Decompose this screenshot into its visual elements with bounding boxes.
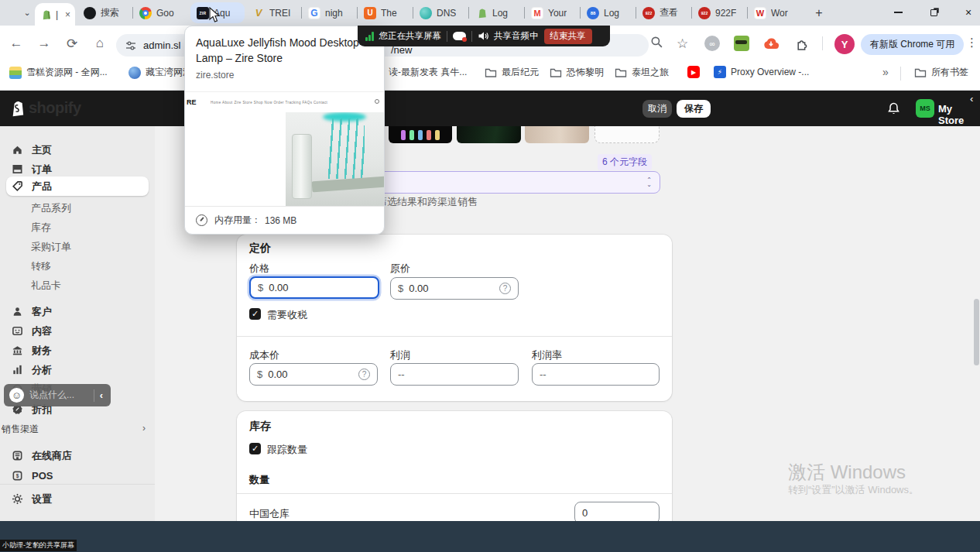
profit-input[interactable]: -- — [390, 363, 519, 386]
chevron-left-icon[interactable]: ‹ — [970, 93, 973, 105]
gold-v-favicon: V — [252, 7, 265, 19]
chat-collapse-icon[interactable]: ‹ — [100, 389, 105, 401]
sidebar-item-analytics[interactable]: 分析 — [6, 360, 149, 379]
cost-input[interactable]: $ 0.00 ? — [249, 363, 378, 386]
charge-tax-checkbox[interactable]: ✓ — [249, 308, 261, 320]
bookmark-cangbaowan[interactable]: 藏宝湾网游 — [128, 66, 192, 79]
close-icon[interactable]: × — [65, 9, 70, 20]
metafields-link[interactable]: 6 个元字段 — [598, 154, 652, 170]
cancel-button[interactable]: 取消 — [642, 100, 672, 118]
sidebar-item-settings[interactable]: 设置 — [6, 489, 149, 509]
content-icon — [11, 324, 24, 338]
speaker-icon — [478, 31, 488, 41]
sidebar-item-online-store[interactable]: 在线商店 — [6, 446, 149, 465]
add-media-dropzone[interactable] — [595, 126, 660, 143]
bookmark-proxy[interactable]: ⚡ Proxy Overview -... — [714, 66, 809, 78]
bookmark-du[interactable]: 读-最新发表 真牛... — [389, 66, 467, 79]
site-info-icon[interactable] — [125, 40, 136, 51]
profit-label: 利润 — [390, 348, 410, 362]
tab-logo2[interactable]: 88 Log — [581, 0, 636, 26]
stop-sharing-button[interactable]: 结束共享 — [544, 29, 592, 44]
store-icon — [11, 449, 24, 462]
notifications-bell-icon[interactable] — [887, 102, 900, 115]
bookmark-folder-kongbuliming[interactable]: 恐怖黎明 — [550, 66, 604, 79]
compare-price-input[interactable]: $ 0.00 ? — [390, 277, 519, 300]
zire-favicon: ZIR — [197, 7, 209, 19]
bookmark-youtube[interactable]: ▶ — [687, 66, 700, 78]
sidebar-item-customers[interactable]: 客户 — [6, 302, 149, 321]
store-name[interactable]: My Store — [938, 103, 980, 126]
folder-icon — [615, 67, 627, 79]
help-icon[interactable]: ? — [358, 369, 370, 380]
extension-sunglasses-icon[interactable] — [734, 36, 749, 51]
forward-button[interactable]: → — [34, 33, 54, 53]
bookmark-xuegao[interactable]: 雪糕资源网 - 全网... — [9, 66, 108, 79]
window-maximize-button[interactable] — [920, 0, 947, 25]
sidebar-item-transfers[interactable]: 转移 — [31, 256, 51, 276]
bookmark-folder-taitanzhilv[interactable]: 泰坦之旅 — [615, 66, 669, 79]
home-button[interactable]: ⌂ — [90, 33, 110, 53]
pos-icon: $ — [11, 469, 24, 482]
find-in-page-icon[interactable] — [650, 36, 663, 49]
tab-trendsi[interactable]: V TREI — [246, 0, 302, 26]
help-icon[interactable]: ? — [499, 283, 511, 294]
mouse-cursor — [209, 7, 221, 23]
product-media-thumbnail[interactable] — [525, 126, 589, 143]
bookmarks-overflow-icon[interactable]: » — [882, 66, 889, 78]
sidebar-item-home[interactable]: 主页 — [6, 140, 149, 159]
sidebar-item-purchase-orders[interactable]: 采购订单 — [31, 237, 71, 256]
back-button[interactable]: ← — [6, 33, 26, 53]
active-tab-title: | — [56, 9, 58, 20]
smiley-icon[interactable]: ☺ — [9, 388, 24, 403]
product-media-thumbnail[interactable] — [457, 126, 521, 143]
gear-icon — [11, 492, 24, 506]
chat-input[interactable]: 说点什么... — [29, 389, 88, 402]
sidebar-item-products[interactable]: 产品 — [6, 177, 149, 196]
track-quantity-checkbox[interactable]: ✓ — [249, 443, 261, 454]
extension-link-icon[interactable]: ∞ — [704, 36, 720, 51]
margin-input[interactable]: -- — [532, 363, 660, 386]
sidebar-item-pos[interactable]: $ POS — [6, 466, 149, 485]
window-close-button[interactable]: × — [955, 0, 980, 25]
extension-cloud-icon[interactable] — [763, 36, 779, 51]
sidebar-item-inventory[interactable]: 库存 — [31, 218, 51, 237]
tab-dns[interactable]: DNS — [413, 0, 469, 26]
store-avatar[interactable]: MS — [916, 99, 934, 118]
save-button[interactable]: 保存 — [677, 100, 711, 118]
tab-night[interactable]: G nigh — [302, 0, 358, 26]
extensions-puzzle-icon[interactable] — [794, 36, 810, 51]
chevron-right-icon[interactable]: › — [142, 423, 146, 434]
sidebar-item-gift-cards[interactable]: 礼品卡 — [31, 276, 61, 295]
profile-avatar[interactable]: Y — [834, 34, 855, 54]
tab-922-view[interactable]: 922 查看 — [636, 0, 692, 26]
select-carets-icon: ⌃⌄ — [646, 178, 652, 187]
price-label: 价格 — [249, 262, 269, 276]
browser-menu-icon[interactable]: ⋮ — [966, 36, 978, 50]
shopify-favicon — [39, 9, 52, 21]
tab-shopify-active[interactable]: | × — [35, 3, 75, 26]
tab-922[interactable]: 922 922F — [692, 0, 748, 26]
all-bookmarks-button[interactable]: 所有书签 — [914, 66, 968, 79]
chrome-update-pill[interactable]: 有新版 Chrome 可用 — [861, 34, 964, 55]
screen-share-bar: 您正在共享屏幕 共享音频中 结束共享 — [358, 26, 610, 46]
tab-logo1[interactable]: Log — [469, 0, 525, 26]
bookmark-folder-zuihoujiyuan[interactable]: 最后纪元 — [485, 66, 539, 79]
tab-gmail[interactable]: M Your — [525, 0, 581, 26]
product-media-thumbnail[interactable] — [389, 126, 452, 143]
sidebar-item-finance[interactable]: 财务 — [6, 341, 149, 360]
tab-search-page[interactable]: 搜索 — [77, 0, 133, 26]
scrollbar-thumb[interactable] — [974, 299, 979, 365]
tab-word[interactable]: W Wor — [748, 0, 804, 26]
price-input[interactable]: $ 0.00 — [249, 276, 379, 299]
tab-search-button[interactable]: ⌄ — [19, 5, 36, 21]
sidebar-item-collections[interactable]: 产品系列 — [31, 198, 71, 218]
shopify-admin-header — [0, 91, 980, 126]
folder-icon — [550, 67, 562, 79]
tab-goo[interactable]: Goo — [133, 0, 189, 26]
sidebar-item-content[interactable]: 内容 — [6, 321, 149, 341]
bookmark-star-icon[interactable]: ☆ — [677, 36, 688, 52]
new-tab-button[interactable]: + — [810, 4, 828, 22]
reload-button[interactable]: ⟳ — [62, 33, 82, 53]
window-minimize-button[interactable] — [885, 0, 911, 25]
tab-the[interactable]: U The — [358, 0, 413, 26]
